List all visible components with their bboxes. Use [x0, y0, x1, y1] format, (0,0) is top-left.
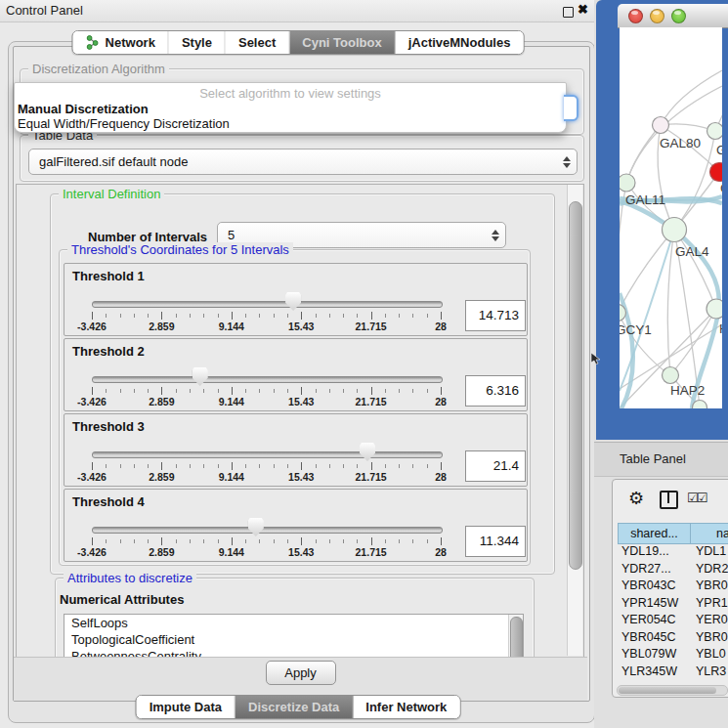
slider-tick	[161, 387, 162, 395]
attribute-list-item[interactable]: TopologicalCoefficient	[64, 631, 523, 648]
slider-tick-label: 28	[435, 546, 447, 558]
table-row[interactable]: YDL19...YDL1	[618, 544, 728, 562]
algorithm-dropdown-popup: Select algorithm to view settings Manual…	[14, 82, 567, 133]
table-row[interactable]: YLR345WYLR3	[618, 664, 728, 682]
slider-tick	[343, 314, 344, 318]
slider-tick	[134, 539, 135, 543]
discretization-algorithm-group-title: Discretization Algorithm	[28, 62, 169, 76]
tab-cyni-toolbox[interactable]: Cyni Toolbox	[289, 31, 395, 54]
network-graph: GAL80GACGAL11GAL4GCY1HHAP2	[620, 27, 722, 408]
network-node-h[interactable]	[707, 299, 722, 319]
table-row[interactable]: YER054CYER0	[618, 613, 728, 630]
vertical-scrollbar-thumb[interactable]	[569, 201, 582, 570]
network-canvas[interactable]: GAL80GACGAL11GAL4GCY1HHAP2	[620, 27, 722, 408]
minimize-traffic-light-icon[interactable]	[650, 9, 664, 23]
algorithm-combobox-focus-fragment[interactable]	[564, 95, 578, 121]
vertical-scrollbar[interactable]	[567, 185, 582, 656]
slider-tick	[316, 539, 317, 543]
slider-tick	[357, 464, 358, 468]
slider-track[interactable]	[92, 527, 443, 534]
tab-discretize-data[interactable]: Discretize Data	[236, 696, 353, 718]
slider-tick	[203, 539, 204, 543]
numerical-attributes-label: Numerical Attributes	[60, 592, 184, 607]
slider-track[interactable]	[92, 376, 443, 383]
list-scrollbar[interactable]	[508, 615, 523, 659]
table-row[interactable]: YDR27...YDR2	[618, 562, 728, 579]
gear-icon[interactable]: ⚙	[628, 488, 644, 509]
tab-impute-data[interactable]: Impute Data	[137, 696, 236, 718]
network-node-gal11[interactable]	[620, 174, 635, 192]
cell-shared-name: YLR345W	[618, 664, 696, 682]
slider-handle[interactable]	[285, 292, 301, 311]
slider-handle[interactable]	[248, 518, 264, 536]
slider-tick-label: 28	[435, 396, 447, 407]
threshold-value-field[interactable]: 6.316	[465, 375, 526, 407]
slider-tick	[399, 464, 400, 468]
float-window-icon[interactable]	[563, 7, 574, 18]
slider-track[interactable]	[92, 301, 443, 308]
interval-definition-group-title: Interval Definition	[59, 187, 164, 201]
horizontal-scrollbar-thumb[interactable]	[619, 687, 716, 694]
slider-tick	[176, 539, 177, 543]
slider-handle[interactable]	[193, 367, 208, 386]
tab-style[interactable]: Style	[169, 31, 226, 54]
slider-tick	[357, 389, 358, 393]
slider-tick	[92, 312, 93, 320]
threshold-value-field[interactable]: 14.713	[465, 300, 526, 331]
slider-tick	[371, 387, 372, 395]
network-node-gal80[interactable]	[653, 117, 669, 134]
table-row[interactable]: YPR145WYPR1	[618, 596, 728, 614]
control-panel-titlebar: Control Panel ✖	[0, 0, 596, 22]
network-node-hap2[interactable]	[663, 367, 679, 384]
network-node-gal4[interactable]	[663, 218, 687, 242]
network-window-titlebar[interactable]	[618, 4, 728, 28]
thresholds-group: Threshold's Coordinates for 5 Intervals …	[59, 249, 531, 566]
slider-tick	[106, 464, 107, 468]
slider-handle[interactable]	[360, 443, 375, 461]
popup-option-equal-width-frequency[interactable]: Equal Width/Frequency Discretization	[18, 116, 230, 131]
network-node-label: GAL4	[675, 244, 709, 259]
slider-track[interactable]	[92, 451, 443, 458]
slider-tick	[329, 314, 330, 318]
popup-option-manual-discretization[interactable]: Manual Discretization	[18, 102, 149, 116]
slider-tick	[218, 314, 219, 318]
attribute-list-item[interactable]: SelfLoops	[64, 615, 523, 631]
slider-tick	[245, 464, 246, 468]
split-columns-icon[interactable]	[660, 491, 678, 509]
column-header-shared[interactable]: shared...	[618, 523, 691, 544]
apply-button[interactable]: Apply	[266, 661, 336, 685]
cell-name: YBR0	[696, 578, 728, 596]
slider-tick	[134, 314, 135, 318]
mouse-cursor	[591, 353, 601, 364]
horizontal-scrollbar[interactable]	[617, 685, 728, 696]
table-row[interactable]: YBR043CYBR0	[618, 578, 728, 596]
zoom-traffic-light-icon[interactable]	[671, 9, 686, 23]
list-scrollbar-thumb[interactable]	[510, 617, 523, 659]
tab-infer-network[interactable]: Infer Network	[353, 696, 459, 718]
tab-select[interactable]: Select	[226, 31, 289, 54]
network-node-ga[interactable]	[707, 123, 723, 140]
threshold-value-field[interactable]: 21.4	[465, 450, 526, 482]
table-row[interactable]: YBR045CYBR0	[618, 630, 728, 648]
table-data-combobox[interactable]: galFiltered.sif default node	[28, 149, 578, 175]
slider-tick	[371, 312, 372, 320]
slider-tick-label: 2.859	[149, 396, 174, 407]
tab-network[interactable]: Network	[73, 31, 169, 54]
cell-shared-name: YDR27...	[618, 562, 696, 579]
slider-tick-label: 15.43	[288, 471, 314, 483]
tab-jactivemnodules[interactable]: jActiveMNodules	[396, 31, 524, 54]
close-traffic-light-icon[interactable]	[628, 9, 643, 23]
close-icon[interactable]: ✖	[578, 2, 588, 17]
network-node-label: GAL11	[625, 193, 665, 207]
slider-tick	[106, 539, 107, 543]
slider-tick	[343, 464, 344, 468]
select-columns-checkbox-icons[interactable]: ☑☑	[687, 491, 706, 505]
threshold-value-field[interactable]: 11.344	[465, 526, 526, 557]
cell-shared-name: YIL052C	[618, 681, 696, 683]
table-row[interactable]: YIL052CYIL0	[618, 681, 728, 683]
column-header-name[interactable]: na	[691, 523, 728, 544]
network-edge	[661, 70, 722, 125]
numerical-attributes-list[interactable]: SelfLoopsTopologicalCoefficientBetweenne…	[64, 614, 524, 659]
table-data-group: Table Data galFiltered.sif default node	[20, 135, 584, 182]
table-row[interactable]: YBL079WYBL0	[618, 647, 728, 664]
